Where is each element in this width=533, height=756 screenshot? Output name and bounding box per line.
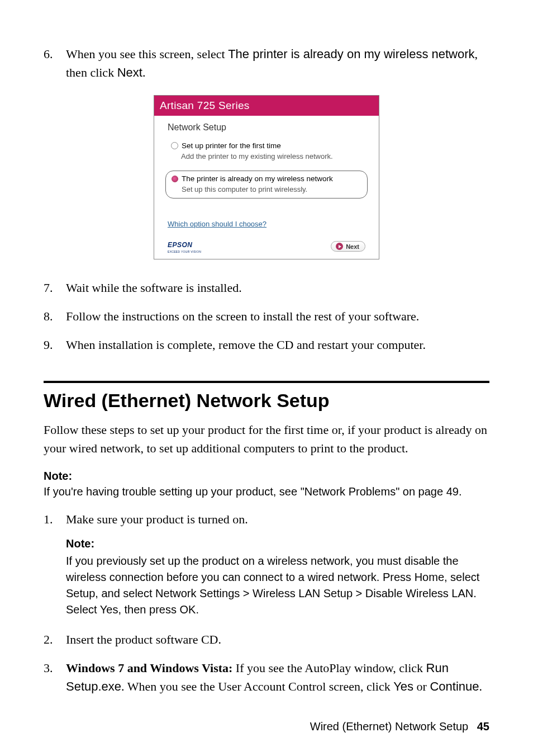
ui-reference: OK [179,603,196,616]
text: When you see this screen, select [66,47,228,61]
section-rule [44,381,489,383]
page-number: 45 [477,720,489,733]
step-number: 7. [44,278,66,297]
brand-tagline: EXCEED YOUR VISION [168,250,201,253]
section-heading: Wired (Ethernet) Network Setup [44,390,489,412]
play-icon [336,243,343,250]
radio-on-icon [172,176,178,182]
dialog-window: Artisan 725 Series Network Setup Set up … [154,95,379,259]
section-intro: Follow these steps to set up your produc… [44,420,489,457]
note-label: Note: [66,535,489,552]
ui-reference: Continue [430,679,479,693]
step-text: Windows 7 and Windows Vista: If you see … [66,659,489,696]
step-number: 6. [44,45,66,82]
step-text: Make sure your product is turned on. [66,510,489,528]
step-7: 7. Wait while the software is installed. [44,278,489,297]
step-6: 6. When you see this screen, select The … [44,45,489,82]
text: . [196,603,199,616]
option-label: Set up printer for the first time [182,141,281,150]
page-footer: Wired (Ethernet) Network Setup 45 [44,720,489,733]
step-text: Insert the product software CD. [66,630,489,649]
radio-option-already-on-network[interactable]: The printer is already on my wireless ne… [165,171,368,199]
dialog-heading: Network Setup [168,122,368,133]
step-8: 8. Follow the instructions on the screen… [44,307,489,325]
button-label: Next [346,243,359,250]
text: . [479,679,483,693]
document-page: 6. When you see this screen, select The … [0,0,533,755]
text: , then press [118,603,179,616]
text: or [413,679,430,693]
dialog-screenshot: Artisan 725 Series Network Setup Set up … [44,95,489,259]
step-text: When you see this screen, select The pri… [66,45,489,82]
bold-lead: Windows 7 and Windows Vista: [66,661,232,675]
brand-text: EPSON [168,241,193,249]
note-text: If you previously set up the product on … [66,553,489,618]
ui-reference: Yes [100,603,118,616]
step-number: 1. [44,510,66,626]
text: If you see the AutoPlay window, click [232,661,426,675]
step-2: 2. Insert the product software CD. [44,630,489,649]
footer-title: Wired (Ethernet) Network Setup [310,720,468,733]
step-text: Follow the instructions on the screen to… [66,307,489,325]
step-number: 2. [44,630,66,649]
option-label: The printer is already on my wireless ne… [182,174,333,183]
next-button[interactable]: Next [331,241,365,252]
radio-off-icon [171,142,178,149]
step-9: 9. When installation is complete, remove… [44,336,489,354]
dialog-titlebar: Artisan 725 Series [154,96,379,116]
step-number: 9. [44,336,66,354]
brand-logo: EPSON EXCEED YOUR VISION [168,239,201,253]
option-description: Add the printer to my existing wireless … [181,152,362,160]
help-link[interactable]: Which option should I choose? [168,220,266,228]
radio-option-first-time[interactable]: Set up printer for the first time Add th… [165,138,368,165]
note-label: Note: [44,470,489,483]
menu-path: Network Settings > Wireless LAN Setup > … [155,587,473,599]
text: . [142,65,146,79]
step-text: When installation is complete, remove th… [66,336,489,354]
step-number: 3. [44,659,66,696]
ui-reference: The printer is already on my wireless ne… [228,47,474,61]
note-text: If you're having trouble setting up your… [44,484,489,500]
option-description: Set up this computer to print wirelessly… [182,185,361,193]
step-text: Wait while the software is installed. [66,278,489,297]
step-1: 1. Make sure your product is turned on. … [44,510,489,626]
ui-reference: Next [117,65,142,79]
ui-reference: Yes [393,679,413,693]
text: . When you see the User Account Control … [121,679,393,693]
step-number: 8. [44,307,66,325]
step-3: 3. Windows 7 and Windows Vista: If you s… [44,659,489,696]
